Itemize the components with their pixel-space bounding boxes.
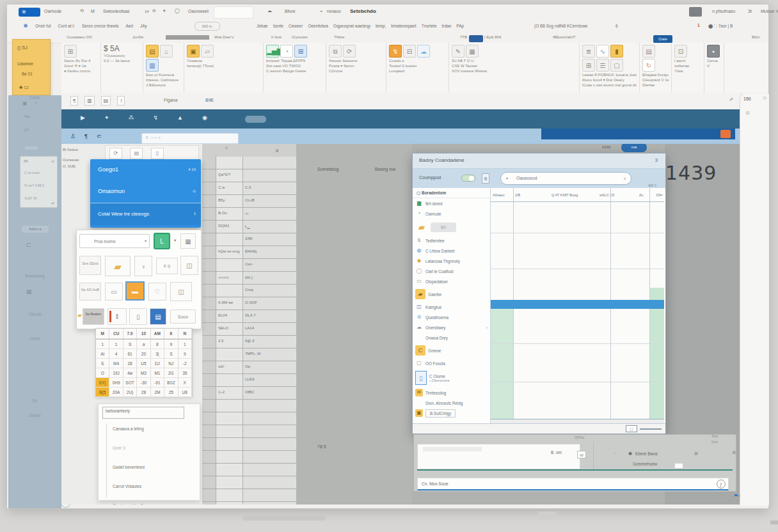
expand-icon[interactable]: ⇗ (729, 97, 733, 102)
card-tile-icon[interactable]: ▭ (105, 283, 123, 301)
sheet-cell[interactable] (216, 489, 243, 501)
calendar-cell[interactable]: U8 (179, 387, 192, 397)
sheet-cell[interactable] (202, 157, 216, 169)
dialog-list-item[interactable]: ✉ Timtescdog (413, 387, 490, 398)
context-menu-item[interactable]: Canaava a leting (113, 423, 196, 442)
blank-icon[interactable]: ▯ (151, 148, 164, 159)
chevron-down-icon[interactable]: ▾ (163, 8, 166, 13)
search-combobox[interactable]: Oaueceud a (500, 172, 631, 185)
calendar-cell[interactable]: 20 (137, 349, 150, 359)
small-box[interactable] (674, 463, 683, 469)
calendar-cell[interactable]: 8 (151, 340, 164, 349)
w-button[interactable]: W (577, 451, 586, 458)
sheet-cell[interactable] (202, 374, 216, 386)
dropdown-item[interactable]: Omaomun G (90, 181, 201, 203)
dialog-list-item[interactable]: $ Tedterotee (413, 235, 490, 246)
dropdown-item[interactable]: Cotal Wew tre cleeogs 1 (90, 203, 201, 225)
sheet-cell[interactable] (216, 157, 243, 169)
wave-icon[interactable]: ∿ (596, 45, 609, 58)
sheet-cell[interactable] (202, 348, 216, 361)
selected-row-bar[interactable] (491, 300, 664, 309)
calendar-cell[interactable]: -30 (137, 378, 150, 387)
calendar-cell[interactable]: X (179, 378, 192, 387)
sidebar-item[interactable]: Ollonlo (8, 312, 61, 317)
calendar-cell[interactable]: 28 (137, 387, 150, 397)
blue-tile-icon[interactable]: ▤ (150, 308, 166, 325)
dialog-titlebar[interactable]: Badoy Coandadene 3 (413, 153, 665, 169)
sheet-cell[interactable] (243, 412, 296, 425)
macro-icon[interactable]: ▪ (707, 45, 720, 58)
sheet-cell[interactable] (202, 285, 216, 297)
sheet-cell[interactable] (202, 259, 216, 271)
panel-icon[interactable]: ▢ (610, 59, 623, 72)
dropdown-item[interactable]: Goego1 4 10 (90, 159, 201, 181)
menu-item[interactable]: JAy (140, 24, 147, 28)
borders-icon[interactable]: ⊞ (64, 45, 77, 58)
layout-icon[interactable]: ⊟ (403, 45, 416, 58)
sheet-cell[interactable]: B5y, (216, 195, 243, 207)
sheet-cell[interactable] (243, 476, 296, 489)
sheet-cell[interactable] (216, 374, 243, 386)
dialog-list-item[interactable]: ☁ Onerstiwey › (413, 322, 490, 332)
toolbar-pill[interactable] (245, 116, 266, 123)
asterisk-icon[interactable]: ⁂ (128, 114, 134, 121)
sidebar-item[interactable]: Ovrte (8, 336, 61, 341)
theme-icon[interactable]: ▥ (146, 59, 159, 72)
window-icon[interactable]: ⧉ (329, 45, 342, 58)
app-logo[interactable] (19, 8, 40, 17)
minus-icon[interactable]: ⊖ (152, 8, 156, 13)
calendar-cell[interactable]: -91 (151, 378, 164, 387)
form-field-box[interactable] (417, 444, 580, 469)
sheet-cell[interactable]: w2/ (216, 361, 243, 373)
sheet-cell[interactable]: LLES (243, 374, 296, 386)
sheet-cell[interactable]: Qa*S!? (216, 169, 243, 182)
calendar-cell[interactable]: 2G (164, 368, 178, 378)
calendar-cell[interactable]: 35 (179, 368, 192, 378)
sheet-cell[interactable] (202, 246, 216, 258)
sidebar-item[interactable]: Bweaming (8, 274, 61, 278)
sidebar-item[interactable]: Soezo (8, 413, 61, 418)
calendar-cell[interactable]: M3 (137, 368, 150, 378)
sheet-cell[interactable]: 2/86 (243, 233, 296, 246)
sheet-cell[interactable] (216, 464, 243, 476)
calendar-cell[interactable]: 9 (179, 349, 192, 359)
cloud-icon[interactable]: ☁ (417, 45, 430, 58)
sheet-cell[interactable]: 1~2 (216, 387, 243, 399)
sheet-cell[interactable] (202, 387, 216, 399)
calendar-cell[interactable]: Al (96, 349, 109, 359)
dialog-grid[interactable]: A0oaec 2/B Q 4T K08T Boog wSLC C5 Zu D9= (491, 188, 664, 423)
sheet-cell[interactable] (216, 233, 243, 246)
sheet-cell[interactable] (216, 438, 243, 450)
refresh-icon[interactable]: ⟳ (343, 45, 356, 58)
more-label[interactable]: Muloor ≫ (761, 9, 778, 14)
sheet-cell[interactable]: B.Ou (216, 208, 243, 220)
context-menu-item[interactable]: Gadet beventeed (113, 462, 196, 481)
orange-marker[interactable] (720, 130, 731, 138)
toggle-switch[interactable] (461, 175, 475, 182)
sheet-cell[interactable] (202, 476, 216, 489)
play-icon[interactable]: ▶ (81, 114, 85, 121)
sheet-cell[interactable] (202, 208, 216, 220)
calendar-cell[interactable]: 2M (151, 387, 164, 397)
pilcrow2-icon[interactable]: ¶ (84, 133, 88, 139)
calendar-cell[interactable]: O (96, 368, 109, 378)
folder-icon[interactable]: ▰ (105, 256, 131, 276)
calendar-cell[interactable]: U5 (137, 359, 150, 368)
calendar-cell[interactable]: M1 (151, 368, 164, 378)
sync-icon[interactable]: ↻ (642, 59, 655, 72)
heart-icon[interactable]: ♡ (148, 283, 166, 301)
dialog-list-item[interactable]: ▰ Gaerbe (413, 286, 490, 302)
formula-name-label[interactable]: Figana (164, 98, 177, 102)
dialog-list-item[interactable]: ▭ Otopedatoer (413, 276, 490, 286)
mode-pill-button[interactable]: ma (621, 144, 647, 152)
calendar-cell[interactable]: a (137, 340, 150, 349)
ribbon-tab[interactable]: Oeenfotwa (308, 24, 328, 28)
dialog-list-item[interactable]: ▆ BH dored (413, 198, 490, 208)
selected-green-tile[interactable]: L (154, 233, 170, 249)
inline-input[interactable] (141, 133, 239, 144)
sheet-cell[interactable] (202, 451, 216, 463)
calendar-cell[interactable]: 9 (164, 340, 178, 349)
sheet-cell[interactable] (202, 489, 216, 501)
dialog-list-item[interactable]: ▯ C Oiume › 20teneorea (413, 368, 490, 387)
scroll-strip[interactable]: 150 ⊙ ⟨S (740, 93, 769, 506)
